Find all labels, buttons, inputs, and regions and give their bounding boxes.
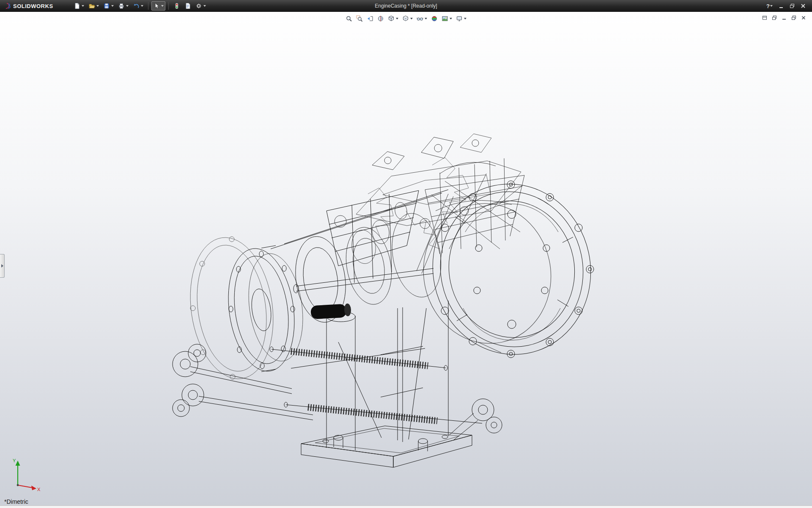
dropdown-arrow-icon[interactable] (464, 18, 466, 19)
open-icon (88, 3, 95, 9)
options-button[interactable] (194, 1, 208, 11)
dassault-systemes-logo-icon (4, 3, 11, 9)
display-style-button[interactable] (401, 14, 414, 23)
brand-text: SOLIDWORKS (13, 3, 53, 9)
rebuild-icon (173, 3, 180, 9)
file-properties-button[interactable] (183, 1, 193, 11)
doc-close-icon (801, 15, 806, 20)
wireframe-model[interactable] (0, 12, 812, 508)
edit-appearance-button[interactable] (430, 14, 439, 23)
support-arms (173, 344, 502, 440)
hide-show-items-button[interactable] (416, 14, 428, 23)
doc-tile-button[interactable] (761, 14, 768, 21)
title-bar: SOLIDWORKS (0, 0, 812, 12)
left-outer-ring (182, 232, 282, 384)
apply-scene-icon (442, 15, 448, 22)
doc-cascade-button[interactable] (771, 14, 778, 21)
document-window-controls (761, 14, 807, 21)
view-orientation-label: *Dimetric (4, 498, 28, 505)
triad-y-label: Y (13, 458, 16, 463)
close-icon (801, 3, 806, 8)
dropdown-arrow-icon[interactable] (425, 18, 427, 19)
reference-triad: Y X (7, 456, 43, 496)
dropdown-arrow-icon[interactable] (396, 18, 398, 19)
doc-cascade-icon (772, 15, 777, 20)
dropdown-arrow-icon[interactable] (82, 5, 84, 7)
doc-minimize-icon (782, 15, 787, 20)
rebuild-button[interactable] (172, 1, 182, 11)
save-button[interactable] (102, 1, 115, 11)
display-style-icon (402, 15, 409, 22)
expand-arrow-icon (1, 264, 3, 268)
dropdown-arrow-icon[interactable] (111, 5, 114, 7)
select-button[interactable] (151, 1, 165, 11)
dropdown-arrow-icon[interactable] (161, 5, 164, 7)
save-icon (103, 3, 110, 9)
app-logo: SOLIDWORKS (0, 3, 58, 9)
close-button[interactable] (798, 3, 808, 9)
solidworks-window: { "titlebar": { "brand": "SOLIDWORKS", "… (0, 0, 812, 508)
help-button[interactable]: ? (764, 2, 775, 10)
triad-x-axis: X (18, 485, 41, 492)
doc-tile-icon (762, 15, 767, 20)
right-housing (411, 169, 606, 370)
section-view-icon (377, 15, 384, 22)
dropdown-arrow-icon[interactable] (410, 18, 413, 19)
toolbar-separator (148, 2, 148, 10)
graphics-area[interactable]: Y X *Dimetric (0, 12, 812, 508)
file-properties-icon (184, 3, 191, 9)
new-document-icon (74, 3, 80, 9)
previous-view-icon (367, 15, 373, 22)
print-button[interactable] (116, 1, 130, 11)
view-settings-button[interactable] (455, 14, 467, 23)
hide-show-items-glasses-icon (417, 15, 423, 22)
doc-restore-icon (791, 15, 796, 20)
zoom-to-fit-icon (346, 15, 352, 22)
help-icon: ? (766, 3, 770, 9)
dropdown-arrow-icon[interactable] (450, 18, 452, 19)
doc-minimize-button[interactable] (781, 14, 787, 21)
edit-appearance-ball-icon (431, 15, 438, 22)
restore-button[interactable] (787, 3, 797, 9)
select-icon (153, 3, 160, 9)
undo-icon (133, 3, 140, 9)
window-controls: ? (764, 2, 812, 10)
featuremanager-flyout-tab[interactable] (0, 254, 5, 278)
print-icon (118, 3, 125, 9)
triad-origin (17, 484, 19, 486)
dropdown-arrow-icon[interactable] (203, 5, 206, 7)
triad-x-label: X (37, 487, 41, 492)
undo-button[interactable] (131, 1, 145, 11)
headsup-view-toolbar (345, 14, 467, 23)
options-gear-icon (195, 3, 202, 9)
dropdown-arrow-icon[interactable] (126, 5, 129, 7)
restore-icon (790, 3, 795, 8)
main-toolbar (72, 1, 208, 11)
supports (326, 301, 448, 450)
view-settings-monitor-icon (456, 15, 463, 22)
zoom-to-area-icon (356, 15, 363, 22)
zoom-to-fit-button[interactable] (345, 14, 353, 23)
apply-scene-button[interactable] (441, 14, 453, 23)
doc-restore-button[interactable] (790, 14, 797, 21)
zoom-to-area-button[interactable] (355, 14, 364, 23)
doc-close-button[interactable] (800, 14, 807, 21)
minimize-button[interactable] (776, 3, 786, 9)
previous-view-button[interactable] (366, 14, 374, 23)
open-button[interactable] (87, 1, 101, 11)
status-bar (0, 505, 812, 508)
section-view-button[interactable] (376, 14, 385, 23)
view-orientation-button[interactable] (387, 14, 399, 23)
dropdown-arrow-icon[interactable] (141, 5, 143, 7)
dark-cylinder-pin (310, 304, 351, 320)
dropdown-arrow-icon[interactable] (770, 5, 773, 7)
toolbar-separator (168, 2, 169, 10)
dropdown-arrow-icon[interactable] (96, 5, 99, 7)
triad-y-axis: Y (13, 458, 20, 485)
view-orientation-cube-icon (388, 15, 395, 22)
base-plate (301, 426, 472, 467)
minimize-icon (779, 3, 784, 8)
springs (270, 347, 482, 423)
new-document-button[interactable] (72, 1, 86, 11)
